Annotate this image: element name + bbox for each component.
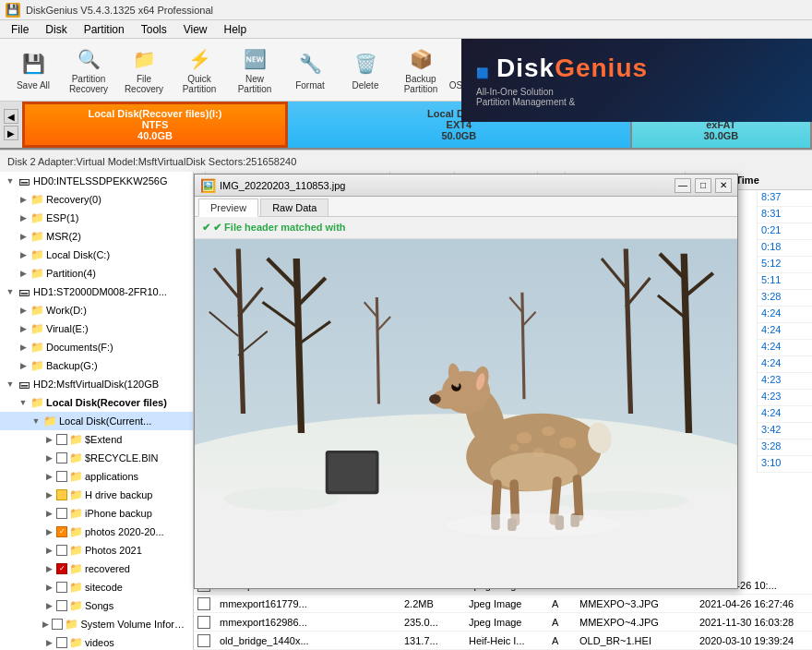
tree-item-recyclebin[interactable]: ▶ 📁 $RECYCLE.BIN	[0, 449, 193, 467]
file-row-2[interactable]: mmexport161779... 2.2MB Jpeg Image A MME…	[194, 595, 812, 613]
new-partition-button[interactable]: 🆕 NewPartition	[229, 43, 281, 97]
checkbox-videos[interactable]	[56, 637, 67, 648]
expand-applications[interactable]: ▶	[42, 470, 55, 483]
checkbox-extend[interactable]	[56, 434, 67, 445]
checkbox-iphonebackup[interactable]	[56, 508, 67, 519]
file-checkbox-3[interactable]	[197, 616, 210, 629]
expand-videos[interactable]: ▶	[42, 636, 55, 649]
tree-item-hdrivebackup[interactable]: ▶ 📁 H drive backup	[0, 486, 193, 504]
expand-photos2020[interactable]: ▶	[42, 525, 55, 538]
expand-photos2021[interactable]: ▶	[42, 544, 55, 557]
expand-sitecode[interactable]: ▶	[42, 581, 55, 594]
checkbox-photos2020[interactable]: ✓	[56, 526, 67, 537]
expand-localcurrent[interactable]: ▼	[30, 415, 42, 427]
expand-recyclebin[interactable]: ▶	[42, 451, 55, 464]
tree-item-viruale[interactable]: ▶ 📁 Virual(E:)	[0, 319, 193, 338]
tree-item-recovery0[interactable]: ▶ 📁 Recovery(0)	[0, 190, 193, 209]
expand-localrecoverfiles[interactable]: ▼	[17, 396, 30, 409]
folder-icon-partition4: 📁	[30, 267, 43, 280]
tree-item-photos2020[interactable]: ▶ ✓ 📁 photos 2020-20...	[0, 523, 193, 541]
expand-recovery0[interactable]: ▶	[17, 193, 30, 206]
svg-rect-29	[328, 453, 376, 491]
tree-item-partition4[interactable]: ▶ 📁 Partition(4)	[0, 264, 193, 283]
tree-item-systemvolume[interactable]: ▶ 📁 System Volume Informati...	[0, 615, 193, 633]
tree-item-esp1[interactable]: ▶ 📁 ESP(1)	[0, 209, 193, 227]
expand-viruale[interactable]: ▶	[17, 322, 30, 335]
quick-partition-button[interactable]: ⚡ QuickPartition	[173, 43, 225, 97]
file-cell-modified-4: 2020-03-10 19:39:24	[694, 634, 812, 647]
checkbox-recyclebin[interactable]	[56, 452, 67, 463]
expand-partition4[interactable]: ▶	[17, 267, 30, 280]
file-checkbox-4[interactable]	[197, 634, 210, 647]
menu-tools[interactable]: Tools	[134, 22, 174, 37]
popup-minimize-button[interactable]: —	[675, 178, 691, 193]
expand-localc[interactable]: ▶	[17, 248, 30, 261]
svg-point-55	[447, 513, 621, 536]
menu-file[interactable]: File	[4, 22, 36, 37]
checkbox-recovered[interactable]: ✓	[56, 563, 67, 574]
nav-arrow-right[interactable]: ▶	[4, 126, 18, 140]
expand-iphonebackup[interactable]: ▶	[42, 507, 55, 520]
checkbox-sitecode[interactable]	[56, 582, 67, 593]
file-checkbox-2[interactable]	[197, 597, 210, 610]
tree-item-workd[interactable]: ▶ 📁 Work(D:)	[0, 301, 193, 319]
popup-tab-preview[interactable]: Preview	[198, 199, 258, 217]
expand-esp1[interactable]: ▶	[17, 211, 30, 224]
tree-item-applications[interactable]: ▶ 📁 applications	[0, 467, 193, 486]
tree-item-localrecoverfiles[interactable]: ▼ 📁 Local Disk(Recover files)	[0, 393, 193, 412]
expand-songs[interactable]: ▶	[42, 599, 55, 612]
tree-item-hd1[interactable]: ▼ 🖴 HD1:ST2000DM008-2FR10...	[0, 283, 193, 301]
checkbox-songs[interactable]	[56, 600, 67, 611]
expand-documentsf[interactable]: ▶	[17, 341, 30, 354]
file-row-4[interactable]: old_bridge_1440x... 131.7... Heif-Heic I…	[194, 632, 812, 650]
nav-arrow-left[interactable]: ◀	[4, 109, 18, 124]
popup-close-button[interactable]: ✕	[715, 178, 732, 193]
file-row-3[interactable]: mmexport162986... 235.0... Jpeg Image A …	[194, 613, 812, 632]
save-all-button[interactable]: 💾 Save All	[7, 43, 59, 97]
tree-item-songs[interactable]: ▶ 📁 Songs	[0, 596, 193, 615]
popup-maximize-button[interactable]: □	[695, 178, 711, 193]
delete-button[interactable]: 🗑️ Delete	[340, 43, 391, 97]
format-button[interactable]: 🔧 Format	[284, 43, 336, 97]
tree-item-localc[interactable]: ▶ 📁 Local Disk(C:)	[0, 246, 193, 264]
popup-tab-rawdata[interactable]: Raw Data	[260, 199, 328, 216]
tree-item-hd0[interactable]: ▼ 🖴 HD0:INTELSSDPEKKW256G	[0, 172, 193, 190]
tree-item-iphonebackup[interactable]: ▶ 📁 iPhone backup	[0, 504, 193, 523]
tree-item-photos2021[interactable]: ▶ 📁 Photos 2021	[0, 541, 193, 560]
partition-recovery-button[interactable]: 🔍 PartitionRecovery	[63, 43, 114, 97]
tree-item-msr2[interactable]: ▶ 📁 MSR(2)	[0, 227, 193, 246]
checkbox-photos2021[interactable]	[56, 545, 67, 556]
expand-systemvolume[interactable]: ▶	[40, 618, 52, 631]
menu-disk[interactable]: Disk	[38, 22, 74, 37]
partition-local-recover[interactable]: Local Disk(Recover files)(I:) NTFS 40.0G…	[22, 102, 288, 148]
tree-item-sitecode[interactable]: ▶ 📁 sitecode	[0, 578, 193, 596]
expand-hd0[interactable]: ▼	[4, 175, 17, 187]
tree-item-recovered[interactable]: ▶ ✓ 📁 recovered	[0, 560, 193, 578]
expand-extend[interactable]: ▶	[42, 433, 55, 446]
tree-item-extend[interactable]: ▶ 📁 $Extend	[0, 430, 193, 449]
expand-hdrivebackup[interactable]: ▶	[42, 488, 55, 501]
backup-partition-button[interactable]: 📦 BackupPartition	[395, 43, 447, 97]
tree-item-localcurrent[interactable]: ▼ 📁 Local Disk(Current...	[0, 412, 193, 430]
folder-icon-esp1: 📁	[30, 211, 43, 224]
tree-item-backupg[interactable]: ▶ 📁 Backup(G:)	[0, 356, 193, 375]
menu-view[interactable]: View	[176, 22, 215, 37]
file-recovery-button[interactable]: 📁 FileRecovery	[118, 43, 170, 97]
checkbox-systemvolume[interactable]	[52, 619, 63, 630]
checkbox-applications[interactable]	[56, 471, 67, 482]
tree-item-hd2[interactable]: ▼ 🖴 HD2:MsftVirtualDisk(120GB	[0, 375, 193, 393]
expand-hd2[interactable]: ▼	[4, 378, 17, 391]
file-cell-type-4: Heif-Heic I...	[463, 634, 546, 647]
expand-recovered[interactable]: ▶	[42, 562, 55, 575]
menu-partition[interactable]: Partition	[77, 22, 132, 37]
checkbox-hdrivebackup[interactable]	[56, 489, 67, 500]
svg-point-45	[490, 452, 578, 491]
expand-backupg[interactable]: ▶	[17, 359, 30, 372]
expand-hd1[interactable]: ▼	[4, 285, 17, 298]
menu-help[interactable]: Help	[217, 22, 255, 37]
expand-workd[interactable]: ▶	[17, 304, 30, 317]
expand-msr2[interactable]: ▶	[17, 230, 30, 243]
file-cell-filename-4: old_bridge_1440x...	[214, 634, 399, 647]
tree-item-documentsf[interactable]: ▶ 📁 Documents(F:)	[0, 338, 193, 356]
tree-item-videos[interactable]: ▶ 📁 videos	[0, 633, 193, 650]
